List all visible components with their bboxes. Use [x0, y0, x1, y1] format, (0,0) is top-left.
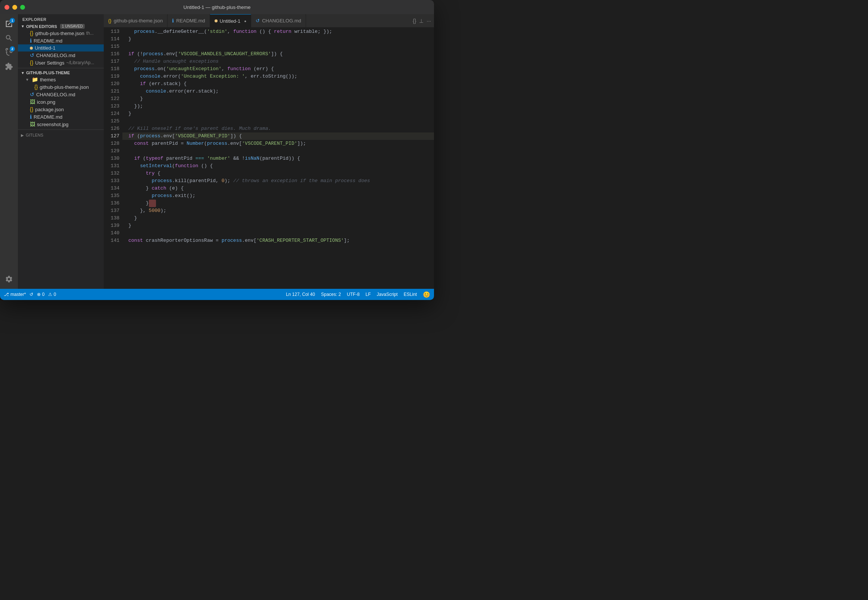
tab-changelog-icon: ↺ [256, 18, 260, 24]
position-status[interactable]: Ln 127, Col 40 [286, 292, 315, 297]
tab-untitled[interactable]: Untitled-1 ● [210, 14, 251, 27]
project-changelog-name: CHANGELOG.md [36, 92, 76, 97]
project-icon-name: icon.png [37, 99, 55, 105]
project-changelog-icon: ↺ [30, 91, 34, 97]
code-line-127: if (process.env['VSCODE_PARENT_PID']) { [123, 132, 434, 140]
language-status[interactable]: JavaScript [377, 292, 398, 297]
status-left: ⎇ master* ↺ ⊗ 0 ⚠ 0 [4, 292, 56, 297]
project-png-icon: 🖼 [30, 99, 35, 105]
tab-changelog[interactable]: ↺ CHANGELOG.md [251, 14, 306, 27]
branch-icon: ⎇ [4, 292, 9, 297]
warnings-status[interactable]: ⚠ 0 [48, 292, 56, 297]
line-num-118: 118 [104, 65, 120, 73]
close-button[interactable] [5, 5, 9, 10]
line-num-131: 131 [104, 162, 120, 170]
traffic-lights [5, 5, 25, 10]
code-line-115 [123, 43, 434, 50]
linter-status[interactable]: ESLint [404, 292, 417, 297]
code-line-133: process.kill(parentPid, 0); // throws an… [123, 177, 434, 185]
code-line-118: process.on('uncaughtException', function… [123, 65, 434, 73]
line-num-128: 128 [104, 140, 120, 147]
tab-json[interactable]: {} github-plus-theme.json [104, 14, 168, 27]
line-numbers: 113 114 115 116 117 118 119 120 121 122 … [104, 27, 123, 289]
more-actions-icon[interactable]: ··· [427, 18, 431, 24]
tab-actions: {} ⊥ ··· [410, 18, 434, 24]
line-num-113: 113 [104, 28, 120, 35]
sync-status[interactable]: ↺ [29, 292, 33, 297]
project-screenshot[interactable]: 🖼 screenshot.jpg [18, 121, 104, 128]
encoding-status[interactable]: UTF-8 [347, 292, 360, 297]
open-editor-untitled-name: Untitled-1 [35, 45, 56, 51]
project-readme[interactable]: ℹ README.md [18, 113, 104, 121]
code-line-125 [123, 118, 434, 125]
code-line-134: } catch (e) { [123, 185, 434, 192]
position-label: Ln 127, Col 40 [286, 292, 315, 297]
code-line-140 [123, 229, 434, 237]
project-package-name: package.json [35, 107, 64, 112]
gitlens-section[interactable]: ▶ GITLENS [18, 131, 104, 139]
minimize-button[interactable] [12, 5, 17, 10]
code-line-123: }); [123, 103, 434, 110]
status-right: Ln 127, Col 40 Spaces: 2 UTF-8 LF JavaSc… [286, 291, 430, 298]
search-activity-icon[interactable] [2, 31, 16, 45]
branch-label: master* [11, 292, 26, 297]
toggle-panel-icon[interactable]: ⊥ [419, 18, 424, 24]
editor-content: 113 114 115 116 117 118 119 120 121 122 … [104, 27, 434, 289]
tabs-bar: {} github-plus-theme.json ℹ README.md Un… [104, 14, 434, 27]
folder-icon: 📁 [32, 76, 38, 82]
sync-icon: ↺ [29, 292, 33, 297]
project-screenshot-name: screenshot.jpg [37, 122, 69, 127]
code-line-120: if (err.stack) { [123, 80, 434, 88]
line-num-141: 141 [104, 237, 120, 244]
line-num-125: 125 [104, 118, 120, 125]
line-num-140: 140 [104, 229, 120, 237]
open-editor-json[interactable]: {} github-plus-theme.json th... [18, 29, 104, 37]
line-num-138: 138 [104, 215, 120, 222]
line-num-124: 124 [104, 110, 120, 118]
line-num-135: 135 [104, 192, 120, 200]
project-json-icon: {} [34, 84, 38, 90]
line-ending-status[interactable]: LF [366, 292, 371, 297]
project-changelog[interactable]: ↺ CHANGELOG.md [18, 91, 104, 98]
project-screenshot-icon: 🖼 [30, 121, 35, 127]
split-editor-icon[interactable]: {} [413, 18, 416, 24]
open-editors-section[interactable]: ▼ OPEN EDITORS 1 UNSAVED [18, 23, 104, 29]
activity-bar: 1 2 [0, 14, 18, 289]
open-editor-json-preview: th... [86, 30, 94, 36]
project-icon[interactable]: 🖼 icon.png [18, 98, 104, 106]
project-json[interactable]: {} github-plus-theme.json [18, 83, 104, 91]
tab-readme[interactable]: ℹ README.md [168, 14, 210, 27]
open-editors-label: OPEN EDITORS [26, 24, 57, 29]
line-num-133: 133 [104, 177, 120, 185]
open-editor-untitled[interactable]: Untitled-1 [18, 44, 104, 52]
code-area[interactable]: process.__defineGetter__('stdin', functi… [123, 27, 434, 289]
project-readme-name: README.md [33, 114, 62, 120]
spaces-status[interactable]: Spaces: 2 [321, 292, 341, 297]
encoding-label: UTF-8 [347, 292, 360, 297]
project-package[interactable]: {} package.json [18, 106, 104, 113]
linter-label: ESLint [404, 292, 417, 297]
line-num-126: 126 [104, 125, 120, 132]
settings-activity-icon[interactable] [2, 273, 16, 286]
source-control-activity-icon[interactable]: 2 [2, 45, 16, 59]
tab-changelog-label: CHANGELOG.md [262, 18, 301, 24]
code-line-130: if (typeof parentPid === 'number' && !is… [123, 155, 434, 162]
maximize-button[interactable] [20, 5, 25, 10]
open-editor-settings-preview: ~/Library/Ap... [66, 60, 94, 65]
open-editor-changelog[interactable]: ↺ CHANGELOG.md [18, 52, 104, 59]
smiley-status[interactable]: 😊 [423, 291, 430, 298]
line-num-134: 134 [104, 185, 120, 192]
window-title: Untitled-1 — github-plus-theme [183, 5, 251, 10]
branch-status[interactable]: ⎇ master* [4, 292, 26, 297]
code-line-126: // Kill oneself if one's parent dies. Mu… [123, 125, 434, 132]
section-divider [18, 68, 104, 68]
explorer-activity-icon[interactable]: 1 [2, 17, 16, 30]
open-editor-readme[interactable]: ℹ README.md [18, 37, 104, 44]
sidebar: EXPLORER ▼ OPEN EDITORS 1 UNSAVED {} git… [18, 14, 104, 289]
extensions-activity-icon[interactable] [2, 60, 16, 73]
themes-folder[interactable]: ▼ 📁 themes [18, 76, 104, 83]
line-num-129: 129 [104, 147, 120, 155]
open-editor-settings[interactable]: {} User Settings ~/Library/Ap... [18, 59, 104, 67]
errors-status[interactable]: ⊗ 0 [37, 292, 44, 297]
project-section[interactable]: ▼ GITHUB-PLUS-THEME [18, 70, 104, 76]
